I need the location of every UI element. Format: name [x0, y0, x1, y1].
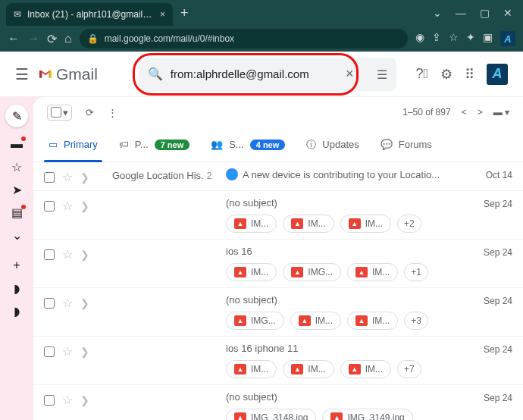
attachment-chip[interactable]: ▲IM... [283, 215, 334, 233]
attachment-chip[interactable]: ▲IMG_3148.jpg [226, 409, 316, 420]
important-icon[interactable]: ❯ [80, 346, 89, 358]
qr-icon[interactable]: ▣ [483, 31, 493, 46]
attachment-chip[interactable]: ▲IM... [347, 312, 398, 330]
star-icon[interactable]: ☆ [62, 247, 73, 262]
attachment-chip[interactable]: ▲IM... [226, 263, 277, 281]
mail-row[interactable]: ☆❯Google Location His.2🌐A new device is … [33, 162, 523, 191]
star-icon[interactable]: ☆ [449, 31, 459, 46]
gmail-logo[interactable]: Gmail [39, 65, 98, 83]
close-tab-icon[interactable]: × [160, 9, 165, 20]
prev-page-icon[interactable]: < [462, 107, 467, 118]
label-icon[interactable]: ◗ [9, 282, 24, 294]
refresh-icon[interactable]: ⟳ [86, 107, 94, 118]
url-field[interactable]: 🔒 mail.google.com/mail/u/0/#inbox [80, 29, 408, 49]
attachment-chip[interactable]: ▲IM... [283, 360, 334, 378]
back-icon[interactable]: ← [8, 32, 20, 45]
row-checkbox[interactable] [44, 395, 55, 406]
star-icon[interactable]: ☆ [62, 296, 73, 310]
send-icon[interactable]: ➤ [9, 183, 24, 196]
star-icon[interactable]: ☆ [62, 393, 73, 407]
chevron-down-icon[interactable]: ⌄ [433, 7, 442, 19]
search-input[interactable] [171, 67, 338, 80]
search-box[interactable]: 🔍 × ☰ [139, 58, 396, 91]
new-tab-button[interactable]: + [180, 5, 189, 21]
add-label-icon[interactable]: + [9, 259, 24, 271]
starred-icon[interactable]: ☆ [9, 161, 24, 173]
row-checkbox[interactable] [44, 249, 55, 260]
reload-icon[interactable]: ⟳ [47, 32, 57, 46]
more-icon[interactable]: ⋮ [108, 107, 117, 118]
tab-primary[interactable]: ▭ Primary [38, 127, 108, 162]
image-icon: ▲ [330, 412, 343, 420]
row-checkbox[interactable] [44, 346, 55, 357]
menu-icon[interactable]: ☰ [15, 65, 29, 83]
image-icon: ▲ [349, 364, 361, 375]
input-tools-icon[interactable]: ▬ ▾ [493, 107, 509, 118]
row-checkbox[interactable] [44, 172, 55, 183]
settings-icon[interactable]: ⚙ [440, 66, 453, 83]
search-options-icon[interactable]: ☰ [361, 67, 387, 82]
gmail-m-icon [39, 68, 52, 80]
star-icon[interactable]: ☆ [62, 199, 73, 213]
sender: Google Location His.2 [112, 168, 226, 181]
mail-icon[interactable]: ▬ [9, 138, 24, 150]
important-icon[interactable]: ❯ [80, 249, 89, 261]
apps-grid-icon[interactable]: ⠿ [465, 66, 474, 83]
tab-updates[interactable]: ⓘ Updates [296, 127, 369, 162]
chevron-down-icon[interactable]: ⌄ [9, 229, 24, 241]
maximize-icon[interactable]: ▢ [480, 7, 490, 19]
attachment-chip[interactable]: ▲IM... [226, 360, 277, 378]
important-icon[interactable]: ❯ [80, 394, 89, 406]
forward-icon[interactable]: → [27, 32, 39, 45]
attachment-chip[interactable]: ▲IMG... [283, 263, 341, 281]
image-icon: ▲ [299, 315, 311, 326]
compose-button[interactable]: ✎ [5, 105, 28, 127]
sender [112, 294, 226, 296]
next-page-icon[interactable]: > [478, 107, 483, 118]
mail-row[interactable]: ☆❯ios 16 iphone 11▲IM...▲IM...▲IM...+7Se… [33, 337, 523, 385]
important-icon[interactable]: ❯ [80, 171, 89, 183]
important-icon[interactable]: ❯ [80, 200, 89, 212]
row-checkbox[interactable] [44, 201, 55, 212]
attachment-chip[interactable]: ▲IM... [347, 263, 398, 281]
clear-search-icon[interactable]: × [346, 66, 354, 82]
more-attachments[interactable]: +1 [404, 263, 428, 281]
more-attachments[interactable]: +2 [397, 215, 421, 233]
attachment-chip[interactable]: ▲IM... [340, 215, 391, 233]
eye-icon[interactable]: ◉ [415, 31, 424, 46]
attachment-chip[interactable]: ▲IM... [226, 215, 277, 233]
mail-row[interactable]: ☆❯(no subject)▲IMG_3148.jpg▲IMG_3149.jpg… [33, 385, 523, 420]
star-icon[interactable]: ☆ [62, 344, 73, 359]
browser-titlebar: ✉ Inbox (21) - alphr101@gmail.com × + ⌄ … [0, 0, 523, 26]
row-checkbox[interactable] [44, 298, 55, 309]
alphr-logo[interactable]: A [487, 64, 508, 85]
attachment-chip[interactable]: ▲IM... [340, 360, 391, 378]
home-icon[interactable]: ⌂ [64, 32, 72, 45]
mail-row[interactable]: ☆❯(no subject)▲IM...▲IM...▲IM...+2Sep 24 [33, 191, 523, 240]
support-icon[interactable]: ?⃝ [415, 66, 428, 82]
search-icon[interactable]: 🔍 [148, 67, 163, 81]
label-icon-2[interactable]: ◗ [9, 305, 24, 317]
star-icon[interactable]: ☆ [62, 170, 73, 184]
mail-row[interactable]: ☆❯ios 16▲IM...▲IMG...▲IM...+1Sep 24 [33, 240, 523, 288]
alphr-extension-icon[interactable]: A [500, 31, 515, 46]
tab-promotions[interactable]: 🏷 P... 7 new [108, 127, 200, 162]
attachment-chip[interactable]: ▲IMG... [226, 312, 284, 330]
minimize-icon[interactable]: — [456, 7, 466, 19]
more-attachments[interactable]: +3 [404, 312, 428, 330]
draft-icon[interactable]: ▤ [9, 206, 24, 218]
select-all-checkbox[interactable]: ▾ [47, 105, 72, 121]
tab-social[interactable]: 👥 S... 4 new [200, 127, 296, 162]
tag-icon: 🏷 [119, 139, 129, 150]
more-attachments[interactable]: +7 [397, 360, 421, 378]
extensions-icon[interactable]: ✦ [466, 31, 475, 46]
tab-forums[interactable]: 💬 Forums [370, 127, 443, 162]
mail-row[interactable]: ☆❯(no subject)▲IMG...▲IM...▲IM...+3Sep 2… [33, 288, 523, 337]
close-window-icon[interactable]: ✕ [503, 7, 512, 19]
attachment-chip[interactable]: ▲IMG_3149.jpg [322, 409, 412, 420]
attachment-chip[interactable]: ▲IM... [290, 312, 341, 330]
browser-tab[interactable]: ✉ Inbox (21) - alphr101@gmail.com × [6, 3, 173, 26]
gmail-brand-text: Gmail [56, 65, 98, 83]
important-icon[interactable]: ❯ [80, 297, 89, 309]
share-icon[interactable]: ⇪ [432, 31, 441, 46]
